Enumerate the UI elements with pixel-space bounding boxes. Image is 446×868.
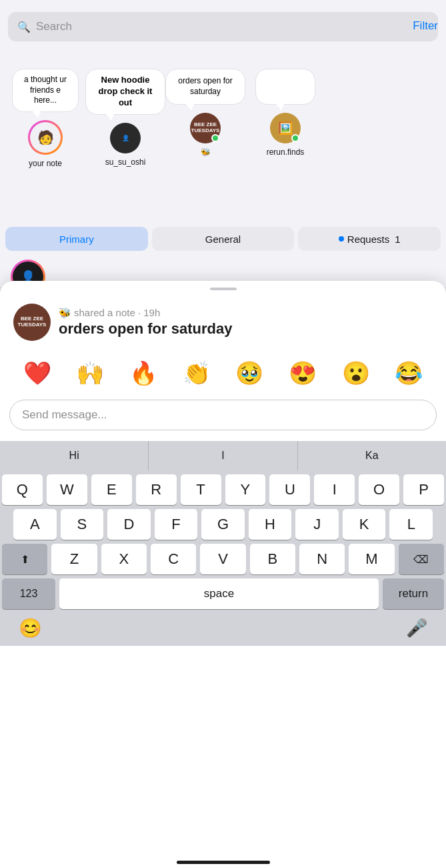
react-laugh[interactable]: 😂 [395, 360, 423, 386]
key-row-4: 123 space return [0, 574, 446, 612]
note-bubble [255, 69, 315, 105]
bee-icon: 🐝 [59, 307, 71, 319]
search-bar: 🔍 Search [8, 12, 438, 41]
key-s[interactable]: S [61, 509, 104, 540]
notif-header: 🐝 shared a note · 19h [59, 307, 232, 319]
suggestion-hi[interactable]: Hi [0, 441, 149, 470]
note-item-beezee[interactable]: orders open for saturday BEE ZEETUESDAYS… [165, 69, 245, 157]
key-q[interactable]: Q [2, 474, 43, 505]
key-k[interactable]: K [343, 509, 386, 540]
microphone-button[interactable]: 🎤 [406, 618, 427, 638]
return-key[interactable]: return [383, 578, 444, 609]
tab-primary-label: Primary [59, 234, 94, 245]
note-notification: BEE ZEE TUESDAYS 🐝 shared a note · 19h o… [0, 290, 446, 341]
keyboard-area: Hi I Ka Q W E R T Y U I O P A S D [0, 441, 446, 646]
key-n[interactable]: N [299, 544, 345, 574]
notes-row: a thought ur friends e here... 🧑 your no… [0, 62, 446, 195]
tab-requests[interactable]: Requests 1 [298, 227, 441, 251]
key-y[interactable]: Y [225, 474, 266, 505]
key-w[interactable]: W [47, 474, 87, 505]
react-heart-eyes[interactable]: 😍 [289, 360, 317, 386]
avatar-wrap: 👤 [110, 123, 141, 153]
avatar-gradient-ring: 🧑 [28, 120, 63, 155]
note-bubble: orders open for saturday [165, 69, 245, 105]
avatar-susu: 👤 [110, 123, 141, 153]
react-clap[interactable]: 👏 [183, 360, 211, 386]
tab-general-label: General [205, 234, 241, 245]
space-key[interactable]: space [59, 578, 379, 609]
sender-avatar-label: BEE ZEE TUESDAYS [18, 316, 47, 328]
key-row-2: A S D F G H J K L [0, 505, 446, 540]
numbers-key[interactable]: 123 [2, 578, 55, 609]
home-indicator [177, 861, 270, 864]
note-author-name: rerun.finds [267, 147, 305, 157]
suggestion-i[interactable]: I [149, 441, 297, 470]
key-z[interactable]: Z [51, 544, 97, 574]
key-e[interactable]: E [91, 474, 132, 505]
note-bubble: New hoodie drop check it out [85, 69, 165, 115]
filter-button[interactable]: Filter [413, 19, 438, 33]
key-r[interactable]: R [136, 474, 177, 505]
key-f[interactable]: F [155, 509, 198, 540]
key-a[interactable]: A [13, 509, 57, 540]
requests-dot [339, 236, 344, 242]
key-row-3: ⬆ Z X C V B N M ⌫ [0, 540, 446, 574]
online-indicator [291, 134, 299, 142]
note-author-name: your note [29, 159, 62, 168]
notif-text-block: 🐝 shared a note · 19h orders open for sa… [59, 307, 232, 338]
notif-header-text: shared a note · 19h [74, 307, 160, 318]
requests-count: 1 [395, 234, 400, 245]
react-sad-smile[interactable]: 🥹 [235, 360, 263, 386]
key-x[interactable]: X [101, 544, 147, 574]
note-item-susu[interactable]: New hoodie drop check it out 👤 su_su_osh… [85, 69, 165, 167]
suggestion-ka[interactable]: Ka [298, 441, 446, 470]
key-b[interactable]: B [250, 544, 295, 574]
note-bubble: a thought ur friends e here... [12, 69, 79, 112]
note-content-text: orders open for saturday [59, 320, 232, 338]
key-i[interactable]: I [314, 474, 355, 505]
avatar-inner: 🧑 [30, 122, 61, 153]
key-l[interactable]: L [389, 509, 433, 540]
react-wow[interactable]: 😮 [342, 360, 370, 386]
react-raised-hands[interactable]: 🙌 [76, 360, 104, 386]
inbox-tabs: Primary General Requests 1 [5, 226, 441, 252]
emoji-reaction-row: ❤️ 🙌 🔥 👏 🥹 😍 😮 😂 [0, 346, 446, 400]
note-item-your-note[interactable]: a thought ur friends e here... 🧑 your no… [5, 69, 85, 168]
tab-requests-label: Requests [347, 234, 389, 245]
react-heart[interactable]: ❤️ [23, 360, 51, 386]
suggestions-row: Hi I Ka [0, 441, 446, 470]
key-g[interactable]: G [201, 509, 245, 540]
avatar-wrap: BEE ZEETUESDAYS [190, 113, 221, 143]
emoji-keyboard-button[interactable]: 😊 [19, 617, 42, 639]
key-j[interactable]: J [295, 509, 339, 540]
key-h[interactable]: H [249, 509, 292, 540]
message-input-wrap[interactable] [9, 400, 437, 430]
delete-key[interactable]: ⌫ [399, 544, 444, 574]
modal-sheet: BEE ZEE TUESDAYS 🐝 shared a note · 19h o… [0, 281, 446, 868]
message-input[interactable] [22, 408, 424, 422]
key-d[interactable]: D [107, 509, 151, 540]
tab-general[interactable]: General [152, 227, 295, 251]
online-indicator [211, 134, 219, 142]
key-c[interactable]: C [151, 544, 196, 574]
sender-avatar: BEE ZEE TUESDAYS [13, 304, 51, 341]
key-t[interactable]: T [181, 474, 221, 505]
shift-key[interactable]: ⬆ [2, 544, 47, 574]
search-icon: 🔍 [17, 21, 31, 33]
tab-primary[interactable]: Primary [5, 227, 148, 251]
key-o[interactable]: O [359, 474, 399, 505]
key-row-1: Q W E R T Y U I O P [0, 470, 446, 505]
react-fire[interactable]: 🔥 [129, 360, 157, 386]
key-p[interactable]: P [403, 474, 444, 505]
key-v[interactable]: V [200, 544, 245, 574]
note-author-name: 🐝 [201, 147, 211, 157]
avatar-wrap: 🖼️ [270, 113, 301, 143]
note-item-rerun[interactable]: 🖼️ rerun.finds [245, 69, 325, 157]
key-m[interactable]: M [349, 544, 394, 574]
keyboard-bottom-bar: 😊 🎤 [0, 612, 446, 646]
search-placeholder: Search [36, 20, 429, 33]
note-author-name: su_su_oshi [105, 157, 146, 167]
key-u[interactable]: U [269, 474, 310, 505]
